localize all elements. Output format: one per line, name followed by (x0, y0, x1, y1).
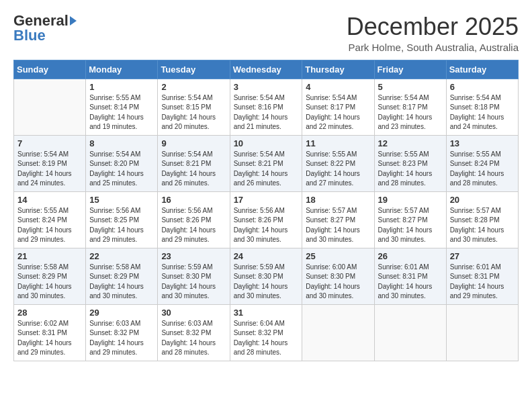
day-info: Sunrise: 5:55 AM Sunset: 8:22 PM Dayligh… (306, 150, 370, 189)
calendar-week-row: 1Sunrise: 5:55 AM Sunset: 8:14 PM Daylig… (14, 79, 519, 135)
day-info: Sunrise: 6:00 AM Sunset: 8:30 PM Dayligh… (306, 263, 370, 302)
calendar-cell: 13Sunrise: 5:55 AM Sunset: 8:24 PM Dayli… (446, 135, 518, 191)
day-info: Sunrise: 5:58 AM Sunset: 8:29 PM Dayligh… (17, 263, 82, 302)
day-number: 22 (89, 251, 154, 261)
day-number: 11 (306, 138, 370, 148)
day-info: Sunrise: 5:54 AM Sunset: 8:16 PM Dayligh… (234, 93, 299, 132)
calendar-cell: 24Sunrise: 5:59 AM Sunset: 8:30 PM Dayli… (230, 248, 302, 304)
calendar-cell (446, 304, 518, 361)
calendar-cell: 16Sunrise: 5:56 AM Sunset: 8:26 PM Dayli… (158, 191, 230, 248)
day-info: Sunrise: 6:03 AM Sunset: 8:32 PM Dayligh… (161, 319, 226, 358)
page-header: General Blue December 2025 Park Holme, S… (13, 13, 519, 53)
weekday-header-thursday: Thursday (302, 60, 374, 79)
calendar-cell: 11Sunrise: 5:55 AM Sunset: 8:22 PM Dayli… (302, 135, 374, 191)
day-info: Sunrise: 5:54 AM Sunset: 8:18 PM Dayligh… (450, 93, 515, 132)
calendar-table: SundayMondayTuesdayWednesdayThursdayFrid… (13, 60, 519, 361)
calendar-week-row: 21Sunrise: 5:58 AM Sunset: 8:29 PM Dayli… (14, 248, 519, 304)
day-info: Sunrise: 6:02 AM Sunset: 8:31 PM Dayligh… (17, 319, 82, 358)
weekday-header-friday: Friday (374, 60, 446, 79)
day-info: Sunrise: 5:56 AM Sunset: 8:26 PM Dayligh… (161, 206, 226, 245)
calendar-cell: 26Sunrise: 6:01 AM Sunset: 8:31 PM Dayli… (374, 248, 446, 304)
calendar-cell: 29Sunrise: 6:03 AM Sunset: 8:32 PM Dayli… (86, 304, 158, 361)
weekday-header-sunday: Sunday (14, 60, 86, 79)
day-info: Sunrise: 5:54 AM Sunset: 8:20 PM Dayligh… (89, 150, 154, 189)
calendar-cell: 3Sunrise: 5:54 AM Sunset: 8:16 PM Daylig… (230, 79, 302, 135)
day-number: 9 (161, 138, 226, 148)
day-info: Sunrise: 5:55 AM Sunset: 8:14 PM Dayligh… (89, 93, 154, 132)
day-info: Sunrise: 5:54 AM Sunset: 8:19 PM Dayligh… (17, 150, 82, 189)
day-number: 26 (378, 251, 443, 261)
day-number: 10 (234, 138, 299, 148)
calendar-cell: 9Sunrise: 5:54 AM Sunset: 8:21 PM Daylig… (158, 135, 230, 191)
day-info: Sunrise: 5:59 AM Sunset: 8:30 PM Dayligh… (234, 263, 299, 302)
weekday-header-wednesday: Wednesday (230, 60, 302, 79)
calendar-cell: 22Sunrise: 5:58 AM Sunset: 8:29 PM Dayli… (86, 248, 158, 304)
day-number: 3 (234, 82, 299, 92)
calendar-cell: 25Sunrise: 6:00 AM Sunset: 8:30 PM Dayli… (302, 248, 374, 304)
calendar-cell: 1Sunrise: 5:55 AM Sunset: 8:14 PM Daylig… (86, 79, 158, 135)
logo: General Blue (13, 13, 77, 43)
calendar-cell (14, 79, 86, 135)
day-info: Sunrise: 5:56 AM Sunset: 8:26 PM Dayligh… (234, 206, 299, 245)
day-info: Sunrise: 6:01 AM Sunset: 8:31 PM Dayligh… (450, 263, 515, 302)
calendar-cell (302, 304, 374, 361)
day-info: Sunrise: 5:54 AM Sunset: 8:17 PM Dayligh… (306, 93, 370, 132)
day-number: 7 (17, 138, 82, 148)
day-number: 17 (234, 195, 299, 205)
day-number: 29 (89, 308, 154, 318)
location-title: Park Holme, South Australia, Australia (347, 42, 519, 53)
day-info: Sunrise: 5:55 AM Sunset: 8:24 PM Dayligh… (450, 150, 515, 189)
calendar-week-row: 7Sunrise: 5:54 AM Sunset: 8:19 PM Daylig… (14, 135, 519, 191)
day-info: Sunrise: 5:54 AM Sunset: 8:17 PM Dayligh… (378, 93, 443, 132)
day-number: 2 (161, 82, 226, 92)
day-info: Sunrise: 5:57 AM Sunset: 8:28 PM Dayligh… (450, 206, 515, 245)
calendar-cell: 14Sunrise: 5:55 AM Sunset: 8:24 PM Dayli… (14, 191, 86, 248)
day-number: 4 (306, 82, 370, 92)
weekday-header-monday: Monday (86, 60, 158, 79)
calendar-cell: 12Sunrise: 5:55 AM Sunset: 8:23 PM Dayli… (374, 135, 446, 191)
calendar-cell: 8Sunrise: 5:54 AM Sunset: 8:20 PM Daylig… (86, 135, 158, 191)
title-block: December 2025 Park Holme, South Australi… (347, 13, 519, 53)
day-info: Sunrise: 5:54 AM Sunset: 8:21 PM Dayligh… (234, 150, 299, 189)
calendar-week-row: 14Sunrise: 5:55 AM Sunset: 8:24 PM Dayli… (14, 191, 519, 248)
day-info: Sunrise: 5:55 AM Sunset: 8:24 PM Dayligh… (17, 206, 82, 245)
day-number: 18 (306, 195, 370, 205)
day-number: 1 (89, 82, 154, 92)
month-title: December 2025 (347, 13, 519, 40)
calendar-cell: 28Sunrise: 6:02 AM Sunset: 8:31 PM Dayli… (14, 304, 86, 361)
calendar-cell: 7Sunrise: 5:54 AM Sunset: 8:19 PM Daylig… (14, 135, 86, 191)
calendar-cell: 6Sunrise: 5:54 AM Sunset: 8:18 PM Daylig… (446, 79, 518, 135)
day-number: 20 (450, 195, 515, 205)
day-number: 24 (234, 251, 299, 261)
day-number: 30 (161, 308, 226, 318)
day-number: 5 (378, 82, 443, 92)
calendar-week-row: 28Sunrise: 6:02 AM Sunset: 8:31 PM Dayli… (14, 304, 519, 361)
calendar-cell: 20Sunrise: 5:57 AM Sunset: 8:28 PM Dayli… (446, 191, 518, 248)
day-number: 28 (17, 308, 82, 318)
calendar-cell: 27Sunrise: 6:01 AM Sunset: 8:31 PM Dayli… (446, 248, 518, 304)
day-number: 14 (17, 195, 82, 205)
day-number: 21 (17, 251, 82, 261)
calendar-cell: 15Sunrise: 5:56 AM Sunset: 8:25 PM Dayli… (86, 191, 158, 248)
calendar-cell (374, 304, 446, 361)
weekday-header-saturday: Saturday (446, 60, 518, 79)
day-info: Sunrise: 5:56 AM Sunset: 8:25 PM Dayligh… (89, 206, 154, 245)
day-info: Sunrise: 5:58 AM Sunset: 8:29 PM Dayligh… (89, 263, 154, 302)
calendar-cell: 18Sunrise: 5:57 AM Sunset: 8:27 PM Dayli… (302, 191, 374, 248)
calendar-cell: 10Sunrise: 5:54 AM Sunset: 8:21 PM Dayli… (230, 135, 302, 191)
day-info: Sunrise: 5:57 AM Sunset: 8:27 PM Dayligh… (306, 206, 370, 245)
day-info: Sunrise: 5:57 AM Sunset: 8:27 PM Dayligh… (378, 206, 443, 245)
day-info: Sunrise: 6:01 AM Sunset: 8:31 PM Dayligh… (378, 263, 443, 302)
day-info: Sunrise: 5:54 AM Sunset: 8:21 PM Dayligh… (161, 150, 226, 189)
calendar-cell: 4Sunrise: 5:54 AM Sunset: 8:17 PM Daylig… (302, 79, 374, 135)
day-number: 16 (161, 195, 226, 205)
calendar-cell: 21Sunrise: 5:58 AM Sunset: 8:29 PM Dayli… (14, 248, 86, 304)
day-number: 19 (378, 195, 443, 205)
day-number: 15 (89, 195, 154, 205)
day-info: Sunrise: 5:54 AM Sunset: 8:15 PM Dayligh… (161, 93, 226, 132)
day-info: Sunrise: 5:55 AM Sunset: 8:23 PM Dayligh… (378, 150, 443, 189)
day-number: 6 (450, 82, 515, 92)
calendar-cell: 23Sunrise: 5:59 AM Sunset: 8:30 PM Dayli… (158, 248, 230, 304)
day-info: Sunrise: 5:59 AM Sunset: 8:30 PM Dayligh… (161, 263, 226, 302)
day-number: 27 (450, 251, 515, 261)
